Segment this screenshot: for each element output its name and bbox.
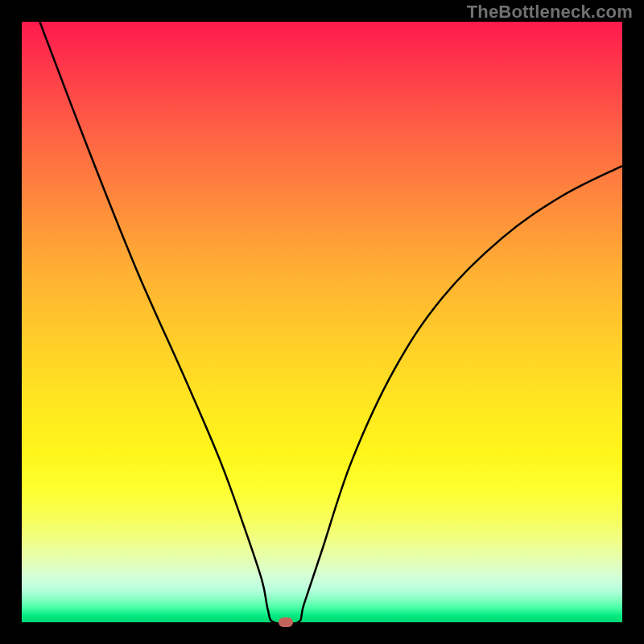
curve-path — [39, 22, 622, 622]
watermark-text: TheBottleneck.com — [467, 2, 633, 23]
optimal-point-marker — [279, 617, 293, 627]
chart-frame: TheBottleneck.com — [0, 0, 644, 644]
bottleneck-curve — [22, 22, 622, 622]
